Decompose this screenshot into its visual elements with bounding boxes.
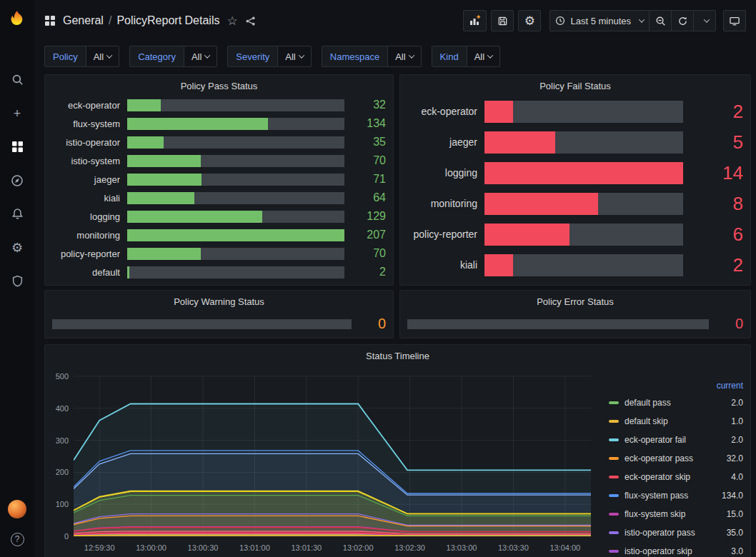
- gauge-value: 129: [352, 210, 386, 223]
- legend-swatch: [609, 420, 619, 423]
- sidebar-item-search[interactable]: [0, 63, 34, 96]
- timeline-chart[interactable]: 010020030040050012:59:3013:00:0013:00:30…: [48, 368, 597, 556]
- share-icon[interactable]: [245, 16, 256, 26]
- legend-series-name[interactable]: istio-operator pass: [625, 528, 727, 538]
- filter-value-dropdown[interactable]: All: [86, 46, 119, 67]
- refresh-button[interactable]: [671, 10, 694, 31]
- gauge-value: 5: [690, 131, 743, 154]
- filter-value-dropdown[interactable]: All: [277, 46, 311, 67]
- legend-current-value: 2.0: [731, 398, 743, 408]
- legend-current-value: 32.0: [727, 453, 743, 463]
- sidebar-item-dashboards[interactable]: [0, 130, 34, 164]
- gauge-fill: [127, 174, 202, 186]
- add-panel-icon: [469, 15, 481, 26]
- gauge-label: eck-operator: [52, 100, 120, 111]
- gauge-value: 64: [352, 191, 386, 204]
- gauge-label: eck-operator: [407, 106, 477, 117]
- filter-category: CategoryAll: [129, 46, 217, 67]
- chevron-down-icon: [703, 16, 709, 22]
- legend-series-name[interactable]: flux-system skip: [625, 509, 727, 519]
- legend-item[interactable]: default skip1.0: [609, 412, 743, 431]
- legend-swatch: [609, 531, 619, 534]
- legend-swatch: [609, 401, 619, 404]
- panel-title[interactable]: Policy Warning Status: [45, 291, 393, 312]
- legend-series-name[interactable]: eck-operator fail: [625, 435, 731, 445]
- gauge-label: istio-system: [52, 156, 120, 166]
- gauge-fill: [127, 229, 344, 241]
- sidebar-item-create[interactable]: +: [0, 96, 34, 130]
- panel-title[interactable]: Status Timeline: [45, 345, 750, 366]
- gauge-track: [127, 155, 344, 167]
- gauge-track: [484, 162, 683, 184]
- legend-series-name[interactable]: eck-operator skip: [625, 472, 731, 482]
- legend-item[interactable]: istio-operator pass35.0: [609, 523, 743, 542]
- gauge-track: [407, 319, 709, 329]
- legend-header-current[interactable]: current: [609, 378, 743, 393]
- filter-label[interactable]: Namespace: [322, 46, 388, 67]
- panel-policy-fail-status: Policy Fail Status eck-operator2jaeger5l…: [399, 74, 751, 286]
- sidebar-item-alerting[interactable]: [0, 197, 34, 231]
- legend-current-value: 35.0: [727, 528, 743, 538]
- time-range-button[interactable]: Last 5 minutes: [549, 10, 650, 31]
- user-avatar[interactable]: [8, 500, 26, 518]
- gauge-track: [127, 211, 344, 223]
- zoom-out-button[interactable]: [649, 10, 672, 31]
- legend-item[interactable]: istio-operator skip3.0: [609, 542, 743, 557]
- filter-label[interactable]: Severity: [227, 46, 278, 67]
- sidebar-item-explore[interactable]: [0, 164, 34, 197]
- dashboard-settings-button[interactable]: ⚙: [518, 10, 541, 31]
- breadcrumb-folder[interactable]: General: [63, 14, 104, 27]
- gauge-track: [484, 101, 683, 123]
- gauge-row: kiali64: [52, 191, 386, 205]
- gauge-fill: [127, 155, 201, 167]
- legend-item[interactable]: eck-operator fail2.0: [609, 431, 743, 449]
- filter-namespace: NamespaceAll: [322, 46, 422, 67]
- legend-item[interactable]: flux-system pass134.0: [609, 486, 743, 505]
- star-icon[interactable]: ☆: [227, 15, 237, 27]
- legend-series-name[interactable]: default skip: [625, 416, 731, 426]
- x-axis-tick: 13:01:00: [239, 543, 270, 552]
- legend-item[interactable]: flux-system skip15.0: [609, 505, 743, 523]
- legend-item[interactable]: eck-operator skip4.0: [609, 468, 743, 486]
- chevron-down-icon: [299, 52, 304, 58]
- save-dashboard-button[interactable]: [491, 10, 514, 31]
- x-axis-tick: 13:02:30: [394, 543, 425, 552]
- gauge-label: logging: [52, 211, 120, 222]
- panel-title[interactable]: Policy Fail Status: [400, 75, 750, 96]
- add-panel-button[interactable]: [463, 10, 487, 31]
- filter-label[interactable]: Policy: [44, 46, 86, 67]
- gauge-fill: [484, 254, 513, 276]
- bell-icon: [11, 208, 24, 220]
- legend-series-name[interactable]: istio-operator skip: [625, 546, 731, 556]
- legend-series-name[interactable]: default pass: [625, 398, 731, 408]
- legend-series-name[interactable]: flux-system pass: [625, 491, 722, 501]
- panel-title[interactable]: Policy Error Status: [400, 291, 750, 312]
- legend-item[interactable]: default pass2.0: [609, 393, 743, 412]
- filter-label[interactable]: Category: [129, 46, 184, 67]
- tv-mode-button[interactable]: [723, 10, 746, 31]
- gauge-fill: [484, 162, 683, 184]
- sidebar-item-configuration[interactable]: ⚙: [0, 231, 34, 264]
- help-icon: ?: [11, 533, 24, 546]
- grafana-logo[interactable]: [0, 0, 34, 37]
- plus-icon: +: [14, 107, 21, 120]
- panel-title[interactable]: Policy Pass Status: [45, 75, 393, 96]
- filter-label[interactable]: Kind: [432, 46, 467, 67]
- shield-icon: [11, 275, 24, 287]
- refresh-interval-dropdown[interactable]: [693, 10, 716, 31]
- gauge-fill: [484, 131, 555, 154]
- y-axis-tick: 300: [56, 436, 69, 445]
- legend-item[interactable]: eck-operator pass32.0: [609, 449, 743, 468]
- filter-value-dropdown[interactable]: All: [387, 46, 421, 67]
- legend-series-name[interactable]: eck-operator pass: [625, 453, 727, 463]
- timeline-series-default-skip: [74, 536, 591, 536]
- gauge-track: [127, 266, 344, 278]
- filter-value-dropdown[interactable]: All: [467, 46, 500, 67]
- gauge-label: jaeger: [407, 136, 477, 148]
- filter-value-dropdown[interactable]: All: [184, 46, 217, 67]
- clock-icon: [555, 16, 565, 26]
- sidebar-item-server-admin[interactable]: [0, 264, 34, 298]
- filter-severity: SeverityAll: [227, 46, 311, 67]
- sidebar-item-help[interactable]: ?: [0, 526, 34, 553]
- dashboard-grid-icon-button[interactable]: [44, 15, 56, 26]
